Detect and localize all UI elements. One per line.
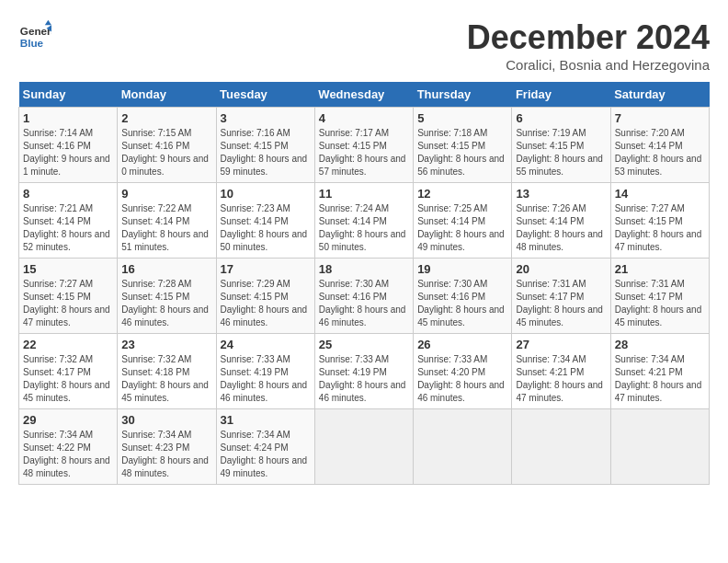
day-info: Sunrise: 7:17 AM Sunset: 4:15 PM Dayligh… xyxy=(319,127,409,178)
week-row-2: 8 Sunrise: 7:21 AM Sunset: 4:14 PM Dayli… xyxy=(19,183,710,259)
day-cell: 28 Sunrise: 7:34 AM Sunset: 4:21 PM Dayl… xyxy=(610,334,709,409)
day-cell: 7 Sunrise: 7:20 AM Sunset: 4:14 PM Dayli… xyxy=(610,108,709,183)
day-cell: 24 Sunrise: 7:33 AM Sunset: 4:19 PM Dayl… xyxy=(216,334,314,409)
day-info: Sunrise: 7:28 AM Sunset: 4:15 PM Dayligh… xyxy=(121,278,211,329)
day-cell: 20 Sunrise: 7:31 AM Sunset: 4:17 PM Dayl… xyxy=(512,259,610,334)
day-info: Sunrise: 7:26 AM Sunset: 4:14 PM Dayligh… xyxy=(516,202,606,254)
day-number: 19 xyxy=(417,262,507,276)
header: General Blue December 2024 Coralici, Bos… xyxy=(18,18,710,73)
col-sunday: Sunday xyxy=(19,82,118,108)
day-cell xyxy=(314,409,413,485)
svg-marker-2 xyxy=(45,20,51,25)
svg-text:General: General xyxy=(20,25,51,37)
week-row-1: 1 Sunrise: 7:14 AM Sunset: 4:16 PM Dayli… xyxy=(19,108,710,183)
day-cell: 23 Sunrise: 7:32 AM Sunset: 4:18 PM Dayl… xyxy=(118,334,216,409)
day-number: 24 xyxy=(221,338,311,351)
day-cell: 16 Sunrise: 7:28 AM Sunset: 4:15 PM Dayl… xyxy=(118,259,216,334)
day-number: 11 xyxy=(319,187,409,201)
day-cell: 11 Sunrise: 7:24 AM Sunset: 4:14 PM Dayl… xyxy=(314,183,413,259)
day-info: Sunrise: 7:30 AM Sunset: 4:16 PM Dayligh… xyxy=(417,278,507,329)
day-number: 9 xyxy=(121,187,211,201)
day-number: 22 xyxy=(23,338,113,351)
day-cell xyxy=(414,409,512,485)
calendar-table: Sunday Monday Tuesday Wednesday Thursday… xyxy=(18,82,710,485)
day-cell: 12 Sunrise: 7:25 AM Sunset: 4:14 PM Dayl… xyxy=(414,183,512,259)
day-cell: 4 Sunrise: 7:17 AM Sunset: 4:15 PM Dayli… xyxy=(314,108,413,183)
day-info: Sunrise: 7:24 AM Sunset: 4:14 PM Dayligh… xyxy=(319,202,409,254)
day-number: 21 xyxy=(615,262,705,276)
day-info: Sunrise: 7:19 AM Sunset: 4:15 PM Dayligh… xyxy=(516,127,606,178)
day-info: Sunrise: 7:23 AM Sunset: 4:14 PM Dayligh… xyxy=(221,202,311,254)
day-number: 26 xyxy=(417,338,507,351)
day-number: 12 xyxy=(417,187,507,201)
day-number: 6 xyxy=(516,111,606,125)
day-cell: 30 Sunrise: 7:34 AM Sunset: 4:23 PM Dayl… xyxy=(118,409,216,485)
day-number: 14 xyxy=(615,187,705,201)
day-number: 20 xyxy=(516,262,606,276)
day-info: Sunrise: 7:29 AM Sunset: 4:15 PM Dayligh… xyxy=(221,278,311,329)
day-info: Sunrise: 7:34 AM Sunset: 4:21 PM Dayligh… xyxy=(516,353,606,405)
week-row-4: 22 Sunrise: 7:32 AM Sunset: 4:17 PM Dayl… xyxy=(19,334,710,409)
day-cell: 14 Sunrise: 7:27 AM Sunset: 4:15 PM Dayl… xyxy=(610,183,709,259)
day-cell: 17 Sunrise: 7:29 AM Sunset: 4:15 PM Dayl… xyxy=(216,259,314,334)
day-info: Sunrise: 7:34 AM Sunset: 4:24 PM Dayligh… xyxy=(221,429,311,480)
day-info: Sunrise: 7:30 AM Sunset: 4:16 PM Dayligh… xyxy=(319,278,409,329)
logo: General Blue xyxy=(18,18,51,52)
day-info: Sunrise: 7:31 AM Sunset: 4:17 PM Dayligh… xyxy=(516,278,606,329)
day-cell: 18 Sunrise: 7:30 AM Sunset: 4:16 PM Dayl… xyxy=(314,259,413,334)
day-info: Sunrise: 7:31 AM Sunset: 4:17 PM Dayligh… xyxy=(615,278,705,329)
day-info: Sunrise: 7:16 AM Sunset: 4:15 PM Dayligh… xyxy=(221,127,311,178)
day-cell: 13 Sunrise: 7:26 AM Sunset: 4:14 PM Dayl… xyxy=(512,183,610,259)
day-cell xyxy=(512,409,610,485)
day-info: Sunrise: 7:15 AM Sunset: 4:16 PM Dayligh… xyxy=(121,127,211,178)
week-row-3: 15 Sunrise: 7:27 AM Sunset: 4:15 PM Dayl… xyxy=(19,259,710,334)
day-info: Sunrise: 7:32 AM Sunset: 4:18 PM Dayligh… xyxy=(121,353,211,405)
day-cell: 15 Sunrise: 7:27 AM Sunset: 4:15 PM Dayl… xyxy=(19,259,118,334)
day-info: Sunrise: 7:14 AM Sunset: 4:16 PM Dayligh… xyxy=(23,127,113,178)
day-number: 18 xyxy=(319,262,409,276)
title-area: December 2024 Coralici, Bosnia and Herze… xyxy=(467,18,710,73)
day-info: Sunrise: 7:32 AM Sunset: 4:17 PM Dayligh… xyxy=(23,353,113,405)
day-cell: 25 Sunrise: 7:33 AM Sunset: 4:19 PM Dayl… xyxy=(314,334,413,409)
day-cell: 31 Sunrise: 7:34 AM Sunset: 4:24 PM Dayl… xyxy=(216,409,314,485)
day-number: 7 xyxy=(615,111,705,125)
day-number: 15 xyxy=(23,262,113,276)
day-number: 5 xyxy=(417,111,507,125)
day-number: 31 xyxy=(221,413,311,427)
day-info: Sunrise: 7:20 AM Sunset: 4:14 PM Dayligh… xyxy=(615,127,705,178)
day-info: Sunrise: 7:33 AM Sunset: 4:19 PM Dayligh… xyxy=(221,353,311,405)
day-cell: 9 Sunrise: 7:22 AM Sunset: 4:14 PM Dayli… xyxy=(118,183,216,259)
day-info: Sunrise: 7:22 AM Sunset: 4:14 PM Dayligh… xyxy=(121,202,211,254)
logo-icon: General Blue xyxy=(18,18,51,52)
day-info: Sunrise: 7:34 AM Sunset: 4:21 PM Dayligh… xyxy=(615,353,705,405)
col-thursday: Thursday xyxy=(414,82,512,108)
day-number: 17 xyxy=(221,262,311,276)
day-info: Sunrise: 7:25 AM Sunset: 4:14 PM Dayligh… xyxy=(417,202,507,254)
day-number: 13 xyxy=(516,187,606,201)
day-number: 4 xyxy=(319,111,409,125)
day-info: Sunrise: 7:33 AM Sunset: 4:19 PM Dayligh… xyxy=(319,353,409,405)
day-cell: 22 Sunrise: 7:32 AM Sunset: 4:17 PM Dayl… xyxy=(19,334,118,409)
day-info: Sunrise: 7:21 AM Sunset: 4:14 PM Dayligh… xyxy=(23,202,113,254)
location-subtitle: Coralici, Bosnia and Herzegovina xyxy=(467,57,710,73)
col-monday: Monday xyxy=(118,82,216,108)
day-info: Sunrise: 7:34 AM Sunset: 4:23 PM Dayligh… xyxy=(121,429,211,480)
day-cell: 27 Sunrise: 7:34 AM Sunset: 4:21 PM Dayl… xyxy=(512,334,610,409)
calendar-header-row: Sunday Monday Tuesday Wednesday Thursday… xyxy=(19,82,710,108)
day-cell: 10 Sunrise: 7:23 AM Sunset: 4:14 PM Dayl… xyxy=(216,183,314,259)
day-number: 23 xyxy=(121,338,211,351)
day-number: 10 xyxy=(221,187,311,201)
col-saturday: Saturday xyxy=(610,82,709,108)
day-number: 28 xyxy=(615,338,705,351)
month-year-title: December 2024 xyxy=(467,18,710,57)
day-number: 29 xyxy=(23,413,113,427)
day-number: 8 xyxy=(23,187,113,201)
day-cell: 2 Sunrise: 7:15 AM Sunset: 4:16 PM Dayli… xyxy=(118,108,216,183)
day-cell: 21 Sunrise: 7:31 AM Sunset: 4:17 PM Dayl… xyxy=(610,259,709,334)
day-cell: 1 Sunrise: 7:14 AM Sunset: 4:16 PM Dayli… xyxy=(19,108,118,183)
svg-text:Blue: Blue xyxy=(20,37,44,49)
day-info: Sunrise: 7:18 AM Sunset: 4:15 PM Dayligh… xyxy=(417,127,507,178)
col-tuesday: Tuesday xyxy=(216,82,314,108)
day-number: 16 xyxy=(121,262,211,276)
day-cell: 29 Sunrise: 7:34 AM Sunset: 4:22 PM Dayl… xyxy=(19,409,118,485)
